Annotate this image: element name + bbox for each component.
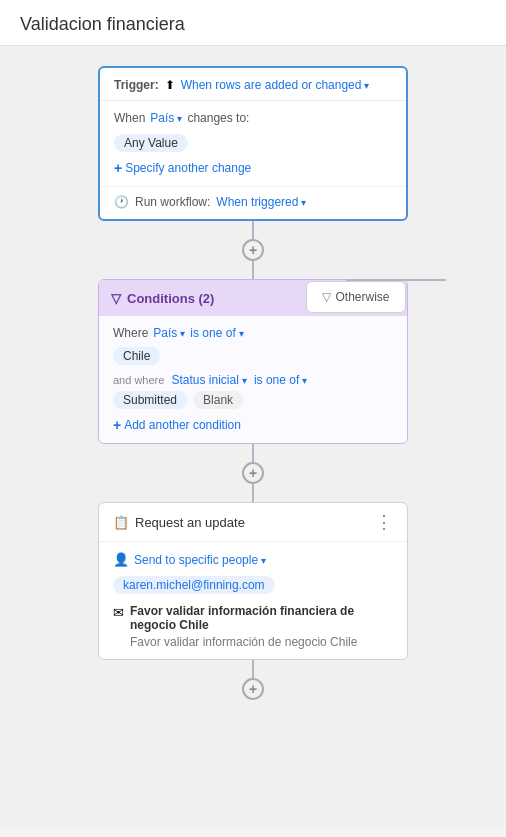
condition-header-left: ▽ Conditions (2) <box>111 291 214 306</box>
and-where-row: and where Status inicial is one of <box>113 373 393 387</box>
otherwise-card[interactable]: ▽ Otherwise <box>306 281 406 313</box>
filter-icon-otherwise: ▽ <box>322 290 331 304</box>
add-button-2[interactable]: + <box>242 462 264 484</box>
field1-caret <box>180 326 185 340</box>
send-caret <box>261 553 266 567</box>
email-subject: Favor validar información financiera de … <box>130 604 393 632</box>
specify-change-label: Specify another change <box>125 161 251 175</box>
field2-caret <box>242 373 247 387</box>
op2-caret <box>302 373 307 387</box>
send-label: Send to specific people <box>134 553 258 567</box>
trigger-label: Trigger: <box>114 78 159 92</box>
add-condition-link[interactable]: + Add another condition <box>113 417 393 433</box>
run-label: Run workflow: <box>135 195 210 209</box>
and-label: and where <box>113 374 164 386</box>
run-value-text: When triggered <box>216 195 298 209</box>
trigger-field-text: País <box>150 111 174 125</box>
blank-chip[interactable]: Blank <box>193 391 243 409</box>
branch-row: ▽ Conditions (2) ∧ ⋮ Where País <box>20 279 486 444</box>
condition-body: Where País is one of Chile <box>99 316 407 443</box>
clock-icon: 🕐 <box>114 195 129 209</box>
action-body: 👤 Send to specific people karen.michel@f… <box>99 542 407 659</box>
trigger-field-dropdown[interactable]: País <box>150 111 182 125</box>
run-caret <box>301 195 306 209</box>
line-5 <box>252 660 254 678</box>
any-value-chip-row: Any Value <box>114 133 392 152</box>
page-title: Validacion financiera <box>0 0 506 46</box>
field-caret <box>177 111 182 125</box>
condition-field2-text: Status inicial <box>171 373 238 387</box>
send-row: 👤 Send to specific people <box>113 552 393 567</box>
condition-field2-dropdown[interactable]: Status inicial <box>171 373 246 387</box>
add-button-1[interactable]: + <box>242 239 264 261</box>
action-icon: 📋 <box>113 515 129 530</box>
connector-after-trigger: + <box>242 221 264 279</box>
chip2-row: Submitted Blank <box>113 391 393 409</box>
any-value-chip[interactable]: Any Value <box>114 134 188 152</box>
conditions-title: Conditions (2) <box>127 291 214 306</box>
trigger-card: Trigger: ⬆ When rows are added or change… <box>98 66 408 221</box>
trigger-value[interactable]: When rows are added or changed <box>181 78 370 92</box>
add-condition-label: Add another condition <box>124 418 241 432</box>
chile-chip[interactable]: Chile <box>113 347 160 365</box>
otherwise-wrapper: ▽ Otherwise <box>346 279 446 313</box>
action-title: Request an update <box>135 515 245 530</box>
email-icon: ✉ <box>113 605 124 620</box>
plus-icon-specify: + <box>114 160 122 176</box>
chip1-row: Chile <box>113 346 393 365</box>
email-chip[interactable]: karen.michel@finning.com <box>113 576 275 594</box>
line-3 <box>252 444 254 462</box>
canvas: Trigger: ⬆ When rows are added or change… <box>0 46 506 826</box>
changes-to-label: changes to: <box>187 111 249 125</box>
action-header-left: 📋 Request an update <box>113 515 245 530</box>
send-to-dropdown[interactable]: Send to specific people <box>134 553 266 567</box>
trigger-icon: ⬆ <box>165 78 175 92</box>
plus-icon-condition: + <box>113 417 121 433</box>
where-label: Where <box>113 326 148 340</box>
connector-after-conditions: + <box>242 444 264 502</box>
condition-field1-text: País <box>153 326 177 340</box>
condition-op1-text: is one of <box>190 326 235 340</box>
email-chip-row: karen.michel@finning.com <box>113 575 393 594</box>
line-4 <box>252 484 254 502</box>
action-header: 📋 Request an update ⋮ <box>99 503 407 542</box>
add-button-3[interactable]: + <box>242 678 264 700</box>
condition-op2-text: is one of <box>254 373 299 387</box>
condition-row-1: Where País is one of <box>113 326 393 340</box>
connector-after-action: + <box>242 660 264 700</box>
filter-icon: ▽ <box>111 291 121 306</box>
action-card: 📋 Request an update ⋮ 👤 Send to specific… <box>98 502 408 660</box>
trigger-dropdown-caret <box>364 78 369 92</box>
trigger-body: When País changes to: Any Value + Specif… <box>100 101 406 186</box>
condition-op2-dropdown[interactable]: is one of <box>254 373 307 387</box>
op1-caret <box>239 326 244 340</box>
action-menu-button[interactable]: ⋮ <box>375 513 393 531</box>
run-workflow-row: 🕐 Run workflow: When triggered <box>100 186 406 219</box>
trigger-value-text: When rows are added or changed <box>181 78 362 92</box>
when-label: When <box>114 111 145 125</box>
send-icon: 👤 <box>113 552 129 567</box>
submitted-chip[interactable]: Submitted <box>113 391 187 409</box>
trigger-when-row: When País changes to: <box>114 111 392 125</box>
line-2 <box>252 261 254 279</box>
email-preview: Favor validar información de negocio Chi… <box>130 635 393 649</box>
condition-field1-dropdown[interactable]: País <box>153 326 185 340</box>
specify-change-link[interactable]: + Specify another change <box>114 160 392 176</box>
email-content: Favor validar información financiera de … <box>130 604 393 649</box>
run-value-dropdown[interactable]: When triggered <box>216 195 306 209</box>
otherwise-label: Otherwise <box>335 290 389 304</box>
email-content-row: ✉ Favor validar información financiera d… <box>113 604 393 649</box>
trigger-header: Trigger: ⬆ When rows are added or change… <box>100 68 406 101</box>
line-1 <box>252 221 254 239</box>
condition-op1-dropdown[interactable]: is one of <box>190 326 243 340</box>
